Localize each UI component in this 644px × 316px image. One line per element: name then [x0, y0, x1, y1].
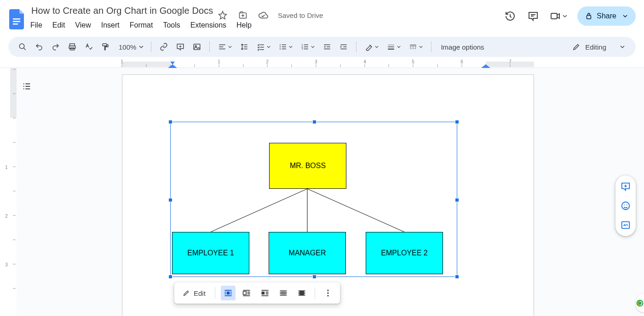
paint-format-icon[interactable]: [98, 40, 112, 54]
meet-button[interactable]: [550, 11, 567, 22]
svg-line-70: [307, 189, 404, 232]
org-node-manager[interactable]: MANAGER: [269, 232, 346, 274]
svg-text:1: 1: [218, 59, 220, 64]
doc-title[interactable]: How to Create an Org Chart in Google Doc…: [31, 6, 213, 16]
search-menus-icon[interactable]: [16, 40, 29, 54]
insert-image-icon[interactable]: [190, 40, 204, 54]
svg-point-77: [327, 292, 328, 293]
separator: [431, 41, 431, 52]
svg-text:3: 3: [315, 59, 317, 64]
svg-rect-4: [551, 13, 557, 19]
svg-rect-10: [103, 44, 107, 46]
svg-line-68: [211, 189, 307, 232]
menu-view[interactable]: View: [75, 21, 91, 29]
insert-link-icon[interactable]: [157, 40, 171, 54]
more-options-icon[interactable]: [321, 286, 335, 300]
svg-rect-72: [243, 292, 246, 295]
svg-rect-73: [261, 292, 264, 295]
emoji-rail-icon[interactable]: [619, 199, 632, 212]
menu-insert[interactable]: Insert: [101, 21, 120, 29]
menu-tools[interactable]: Tools: [163, 21, 180, 29]
add-comment-icon[interactable]: [173, 40, 187, 54]
horizontal-ruler[interactable]: 1 1 2 3 4 5 6 7: [0, 58, 644, 68]
svg-rect-20: [388, 46, 395, 47]
edit-drawing-button[interactable]: Edit: [179, 285, 209, 301]
history-icon[interactable]: [504, 10, 517, 23]
increase-indent-icon[interactable]: [337, 40, 351, 54]
align-dropdown[interactable]: [215, 40, 235, 54]
redo-icon[interactable]: [49, 40, 63, 54]
share-label: Share: [597, 12, 616, 20]
svg-point-6: [19, 44, 24, 49]
svg-rect-22: [122, 62, 534, 67]
docs-logo[interactable]: [8, 8, 27, 30]
svg-rect-74: [281, 291, 286, 295]
checklist-dropdown[interactable]: [254, 40, 273, 54]
boss-label: MR. BOSS: [290, 162, 326, 170]
border-weight-dropdown[interactable]: [384, 40, 403, 54]
svg-text:2: 2: [5, 214, 8, 219]
svg-rect-0: [13, 18, 20, 20]
add-comment-rail-icon[interactable]: [619, 180, 632, 193]
decrease-indent-icon[interactable]: [320, 40, 334, 54]
move-icon[interactable]: [236, 9, 249, 22]
manager-label: MANAGER: [289, 249, 326, 257]
svg-point-76: [327, 290, 328, 291]
bulleted-list-dropdown[interactable]: [276, 40, 295, 54]
svg-text:1: 1: [121, 59, 123, 64]
svg-text:2: 2: [266, 59, 269, 64]
svg-rect-75: [299, 291, 304, 295]
workspace: 1 1 2 3 4 5 6 7: [0, 58, 644, 316]
explore-fab[interactable]: [636, 294, 644, 312]
svg-text:1: 1: [5, 165, 8, 170]
save-status-label[interactable]: Saved to Drive: [278, 11, 323, 19]
in-front-text-icon[interactable]: [294, 286, 309, 300]
org-node-employee-1[interactable]: EMPLOYEE 1: [172, 232, 249, 274]
svg-rect-2: [13, 23, 18, 25]
separator: [215, 287, 215, 299]
break-text-icon[interactable]: [258, 286, 272, 300]
separator: [209, 41, 210, 52]
toolbar: 100% 123: [8, 37, 636, 57]
menu-edit[interactable]: Edit: [52, 21, 65, 29]
svg-point-80: [624, 204, 625, 205]
star-icon[interactable]: [216, 9, 229, 22]
wrap-text-icon[interactable]: [239, 286, 254, 300]
spellcheck-icon[interactable]: [82, 40, 96, 54]
menu-file[interactable]: File: [30, 21, 42, 29]
border-dash-dropdown[interactable]: [406, 40, 426, 54]
image-options-button[interactable]: Image options: [437, 40, 488, 54]
svg-rect-54: [10, 68, 17, 118]
border-color-dropdown[interactable]: [362, 40, 381, 54]
comments-icon[interactable]: [527, 10, 540, 23]
print-icon[interactable]: [65, 40, 79, 54]
separator: [151, 41, 151, 52]
numbered-list-dropdown[interactable]: 123: [298, 40, 317, 54]
wrap-inline-icon[interactable]: [221, 286, 236, 300]
svg-text:3: 3: [302, 47, 303, 50]
zoom-select[interactable]: 100%: [115, 40, 145, 54]
separator: [356, 41, 356, 52]
menu-help[interactable]: Help: [236, 21, 252, 29]
menu-extensions[interactable]: Extensions: [190, 21, 226, 29]
svg-point-14: [280, 46, 281, 47]
menu-format[interactable]: Format: [130, 21, 153, 29]
document-page[interactable]: MR. BOSS EMPLOYEE 1 MANAGER EMPLOYEE 2 E…: [122, 74, 534, 316]
behind-text-icon[interactable]: [276, 286, 291, 300]
svg-text:7: 7: [509, 59, 512, 64]
svg-text:6: 6: [460, 59, 463, 64]
svg-rect-19: [388, 45, 395, 45]
org-node-boss[interactable]: MR. BOSS: [269, 143, 346, 189]
vertical-ruler[interactable]: 1 2 3: [0, 68, 17, 316]
suggest-rail-icon[interactable]: [619, 219, 632, 231]
editing-mode-button[interactable]: Editing: [569, 43, 628, 51]
svg-point-13: [280, 44, 281, 45]
org-node-employee-2[interactable]: EMPLOYEE 2: [366, 232, 443, 274]
cloud-icon[interactable]: [257, 9, 270, 22]
share-button[interactable]: Share: [577, 6, 636, 26]
svg-point-15: [280, 48, 281, 49]
undo-icon[interactable]: [32, 40, 46, 54]
svg-point-79: [622, 202, 630, 210]
document-outline-icon[interactable]: [19, 79, 34, 94]
line-spacing-icon[interactable]: [237, 40, 251, 54]
